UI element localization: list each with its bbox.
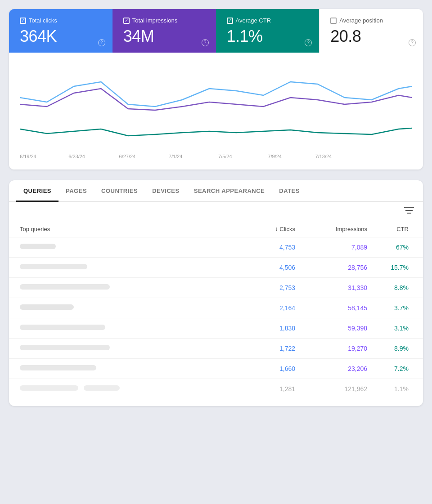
svg-text:6/19/24: 6/19/24 [20,154,36,159]
ctr-value: 1.1% [227,27,309,45]
row-ctr-7: 1.1% [367,385,412,392]
svg-text:6/27/24: 6/27/24 [119,154,136,159]
row-impressions-2: 31,330 [295,284,367,291]
impressions-help-icon[interactable]: ? [202,39,209,46]
tab-pages[interactable]: PAGES [58,180,94,202]
row-clicks-6: 1,660 [232,365,295,372]
stat-card-clicks[interactable]: ✓ Total clicks 364K ? [9,9,112,53]
ctr-checkbox[interactable]: ✓ [227,18,233,24]
position-help-icon[interactable]: ? [409,39,416,46]
filter-row [9,202,423,221]
table-row[interactable]: 2,753 31,330 8.8% [9,278,423,298]
row-impressions-3: 58,145 [295,304,367,312]
clicks-help-icon[interactable]: ? [98,39,105,46]
row-ctr-0: 67% [367,244,412,251]
sort-arrow-icon: ↓ [275,226,278,232]
row-clicks-4: 1,838 [232,325,295,332]
stats-section: ✓ Total clicks 364K ? ✓ Total impression… [9,9,423,169]
table-row[interactable]: 2,164 58,145 3.7% [9,298,423,318]
filter-icon[interactable] [404,206,414,217]
impressions-label-text: Total impressions [132,17,177,24]
position-label-text: Average position [339,17,383,24]
stat-card-ctr[interactable]: ✓ Average CTR 1.1% ? [216,9,320,53]
svg-text:7/1/24: 7/1/24 [169,154,183,159]
stat-card-position[interactable]: Average position 20.8 ? [319,9,423,53]
tab-countries[interactable]: COUNTRIES [94,180,145,202]
query-blurred [20,325,232,331]
row-impressions-7: 121,962 [295,385,367,392]
row-ctr-1: 15.7% [367,264,412,271]
col-header-impressions: Impressions [295,226,367,232]
table-container: Top queries ↓ Clicks Impressions CTR 4,7… [9,221,423,406]
query-blurred [20,284,232,291]
row-clicks-5: 1,722 [232,345,295,352]
row-ctr-5: 8.9% [367,345,412,352]
tab-dates[interactable]: DATES [272,180,307,202]
svg-text:6/23/24: 6/23/24 [68,154,85,159]
query-blurred [20,345,232,352]
row-clicks-0: 4,753 [232,244,295,251]
tab-devices[interactable]: DEVICES [145,180,187,202]
table-row[interactable]: 1,281 121,962 1.1% [9,379,423,399]
query-blurred [20,304,232,311]
impressions-value: 34M [123,27,205,45]
row-clicks-2: 2,753 [232,284,295,291]
row-ctr-4: 3.1% [367,325,412,332]
row-ctr-2: 8.8% [367,284,412,291]
bottom-section: QUERIES PAGES COUNTRIES DEVICES SEARCH A… [9,180,423,406]
row-impressions-0: 7,089 [295,244,367,251]
position-value: 20.8 [330,27,412,45]
stats-cards: ✓ Total clicks 364K ? ✓ Total impression… [9,9,423,53]
table-row[interactable]: 4,506 28,756 15.7% [9,258,423,278]
clicks-label-text: Total clicks [29,17,57,24]
position-checkbox[interactable] [330,18,337,24]
ctr-help-icon[interactable]: ? [305,39,312,46]
chart-svg: 6/19/24 6/23/24 6/27/24 7/1/24 7/5/24 7/… [20,62,412,161]
stat-card-impressions[interactable]: ✓ Total impressions 34M ? [112,9,216,53]
row-ctr-6: 7.2% [367,365,412,372]
chart-container: 6/19/24 6/23/24 6/27/24 7/1/24 7/5/24 7/… [9,53,423,169]
table-row[interactable]: 4,753 7,089 67% [9,237,423,258]
impressions-label: ✓ Total impressions [123,17,205,24]
query-blurred [20,264,232,271]
table-row[interactable]: 1,838 59,398 3.1% [9,318,423,339]
row-impressions-6: 23,206 [295,365,367,372]
position-label: Average position [330,17,412,24]
row-clicks-1: 4,506 [232,264,295,271]
row-impressions-4: 59,398 [295,325,367,332]
ctr-label-text: Average CTR [236,17,271,24]
row-clicks-7: 1,281 [232,385,295,392]
row-impressions-5: 19,270 [295,345,367,352]
col-header-clicks[interactable]: ↓ Clicks [232,226,295,232]
svg-text:7/13/24: 7/13/24 [315,154,332,159]
tabs: QUERIES PAGES COUNTRIES DEVICES SEARCH A… [9,180,423,202]
svg-text:7/9/24: 7/9/24 [268,154,282,159]
impressions-checkbox[interactable]: ✓ [123,18,130,24]
clicks-value: 364K [20,27,102,45]
col-header-ctr: CTR [367,226,412,232]
row-ctr-3: 3.7% [367,304,412,312]
table-row[interactable]: 1,660 23,206 7.2% [9,359,423,379]
table-row[interactable]: 1,722 19,270 8.9% [9,339,423,359]
tab-search-appearance[interactable]: SEARCH APPEARANCE [187,180,272,202]
clicks-label: ✓ Total clicks [20,17,102,24]
row-clicks-3: 2,164 [232,304,295,312]
svg-text:7/5/24: 7/5/24 [218,154,232,159]
tab-queries[interactable]: QUERIES [16,180,58,202]
query-blurred [20,365,232,372]
ctr-label: ✓ Average CTR [227,17,309,24]
row-impressions-1: 28,756 [295,264,367,271]
col-header-query: Top queries [20,226,232,232]
query-blurred [20,244,232,250]
table-rows: 4,753 7,089 67% 4,506 28,756 15.7% 2,753… [9,237,423,399]
table-header: Top queries ↓ Clicks Impressions CTR [9,221,423,237]
clicks-checkbox[interactable]: ✓ [20,18,26,24]
main-container: ✓ Total clicks 364K ? ✓ Total impression… [9,9,423,406]
query-blurred [20,385,232,392]
